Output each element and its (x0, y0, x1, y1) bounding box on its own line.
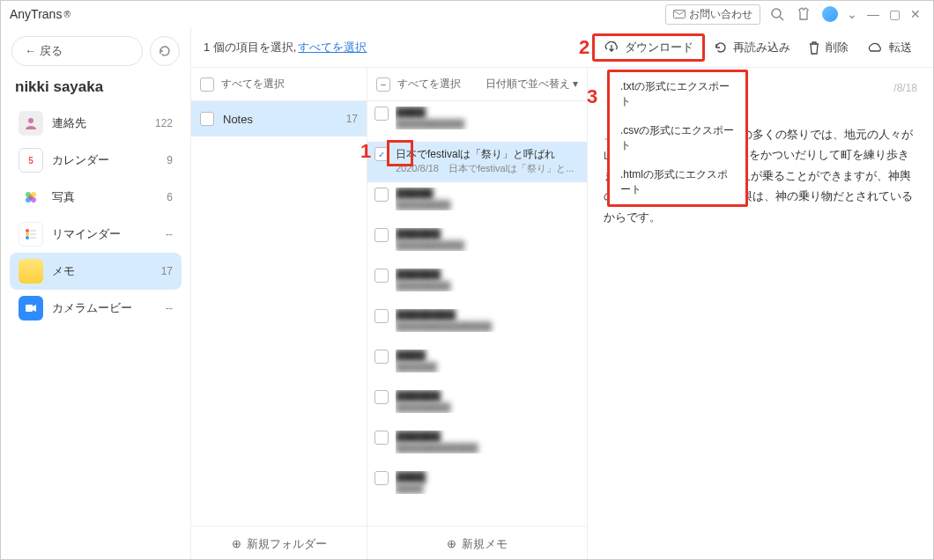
reload-label: 再読み込み (733, 40, 790, 55)
sidebar-item-count: -- (166, 228, 173, 240)
refresh-button[interactable] (150, 36, 180, 66)
sidebar-item-contacts[interactable]: 連絡先 122 (10, 105, 182, 142)
registered-mark: ® (63, 10, 70, 19)
svg-point-9 (26, 229, 29, 232)
content-area: 1 個の項目を選択, すべてを選択 ダウンロード 再読み込み 削除 転送 (190, 27, 933, 560)
download-icon (604, 41, 619, 54)
export-txt[interactable]: .txtの形式にエクスポート (610, 72, 745, 116)
sidebar-item-memo[interactable]: メモ 17 (10, 253, 182, 290)
close-button[interactable]: ✕ (907, 7, 924, 21)
annotation-number-1: 1 (360, 140, 371, 163)
selection-text: 1 個の項目を選択, (204, 40, 296, 55)
cloud-icon (866, 41, 884, 54)
note-row[interactable]: ██████████████ (367, 101, 587, 142)
plus-icon: ⊕ (232, 537, 241, 550)
sidebar-item-count: 9 (167, 154, 173, 166)
folder-checkbox[interactable] (200, 112, 214, 126)
sidebar-item-count: 17 (161, 265, 173, 277)
back-button[interactable]: ← 戻る (11, 36, 143, 66)
app-title: AnyTrans (10, 7, 62, 21)
memo-icon (19, 259, 43, 284)
notes-column: すべてを選択 日付順で並べ替え ▾ ██████████████ 日本でfest… (367, 68, 588, 560)
camera-icon (19, 296, 43, 321)
user-avatar[interactable] (820, 4, 840, 24)
new-folder-button[interactable]: ⊕ 新規フォルダー (191, 526, 367, 560)
transfer-button[interactable]: 転送 (857, 36, 921, 59)
contacts-icon (19, 111, 43, 136)
note-row[interactable]: ████████████████ (367, 223, 587, 263)
select-all-folders-checkbox[interactable] (200, 77, 214, 92)
folder-count: 17 (346, 113, 358, 125)
sidebar-item-label: 写真 (52, 189, 167, 205)
svg-point-11 (26, 236, 29, 239)
sidebar-item-calendar[interactable]: 5 カレンダー 9 (10, 142, 182, 179)
note-checkbox-checked[interactable] (374, 147, 389, 161)
folders-header-label: すべてを選択 (221, 77, 285, 92)
search-icon[interactable] (767, 4, 787, 24)
svg-point-10 (26, 232, 29, 236)
account-name: nikki sayaka (10, 77, 182, 105)
note-row[interactable]: ██████████████████████ (367, 304, 587, 344)
note-checkbox[interactable] (374, 107, 389, 121)
toolbar: 1 個の項目を選択, すべてを選択 ダウンロード 再読み込み 削除 転送 (191, 27, 933, 68)
note-row[interactable]: ████████ (367, 466, 587, 506)
export-csv[interactable]: .csvの形式にエクスポート (610, 116, 745, 160)
svg-line-2 (780, 17, 783, 20)
minimize-button[interactable]: — (864, 7, 882, 21)
folder-name: Notes (223, 113, 253, 126)
note-row-selected[interactable]: 日本でfestivalは「祭り」と呼ばれ 2020/8/18 日本でfestiv… (367, 142, 587, 182)
chevron-down-icon[interactable]: ⌄ (843, 7, 861, 21)
download-button[interactable]: ダウンロード (595, 36, 702, 59)
sort-dropdown[interactable]: 日付順で並べ替え ▾ (486, 77, 578, 92)
note-checkbox[interactable] (374, 431, 389, 445)
delete-button[interactable]: 削除 (799, 36, 857, 59)
select-all-notes-checkbox[interactable] (376, 77, 390, 92)
note-checkbox[interactable] (374, 228, 389, 242)
note-checkbox[interactable] (374, 309, 389, 323)
sidebar-item-label: リマインダー (52, 226, 166, 242)
sidebar-item-label: カメラムービー (52, 300, 166, 316)
folders-header: すべてを選択 (191, 68, 367, 101)
note-row[interactable]: █████████████ (367, 182, 587, 223)
transfer-label: 転送 (889, 40, 912, 55)
note-checkbox[interactable] (374, 471, 389, 485)
sidebar-item-count: 6 (167, 191, 173, 203)
svg-point-1 (772, 9, 781, 18)
trash-icon (808, 41, 820, 55)
reload-button[interactable]: 再読み込み (705, 36, 799, 59)
new-memo-button[interactable]: ⊕ 新規メモ (367, 526, 587, 560)
reload-icon (714, 41, 728, 55)
plus-icon: ⊕ (447, 537, 456, 550)
notes-header-label: すべてを選択 (397, 77, 461, 92)
note-row[interactable]: ██████████████████ (367, 425, 587, 466)
mail-icon (673, 10, 686, 18)
title-bar: AnyTrans ® お問い合わせ ⌄ — ▢ ✕ (1, 1, 933, 27)
annotation-number-2: 2 (579, 36, 589, 59)
reminders-icon (19, 222, 43, 247)
sidebar-item-count: 122 (155, 117, 173, 129)
note-checkbox[interactable] (374, 350, 389, 364)
sidebar-item-label: 連絡先 (52, 115, 155, 131)
note-checkbox[interactable] (374, 188, 389, 202)
note-title: 日本でfestivalは「祭り」と呼ばれ (396, 147, 580, 162)
svg-point-7 (26, 197, 31, 203)
note-checkbox[interactable] (374, 390, 389, 404)
note-row[interactable]: ██████████ (367, 344, 587, 385)
sidebar-item-reminders[interactable]: リマインダー -- (10, 216, 182, 253)
contact-button[interactable]: お問い合わせ (665, 4, 760, 25)
note-checkbox[interactable] (374, 269, 389, 283)
contact-label: お問い合わせ (689, 7, 752, 22)
shirt-icon[interactable] (794, 4, 813, 24)
export-dropdown: .txtの形式にエクスポート .csvの形式にエクスポート .htmlの形式にエ… (607, 70, 748, 207)
sidebar-item-camera-movie[interactable]: カメラムービー -- (10, 290, 182, 327)
export-html[interactable]: .htmlの形式にエクスポート (610, 160, 745, 204)
note-row[interactable]: ██████████████ (367, 385, 587, 425)
folder-row-notes[interactable]: Notes 17 (191, 101, 367, 136)
sidebar-item-photos[interactable]: 写真 6 (10, 179, 182, 216)
photos-icon (19, 185, 43, 210)
notes-header: すべてを選択 日付順で並べ替え ▾ (367, 68, 587, 101)
select-all-link[interactable]: すべてを選択 (298, 40, 367, 55)
svg-point-6 (26, 192, 31, 197)
note-row[interactable]: ██████████████ (367, 263, 587, 304)
maximize-button[interactable]: ▢ (886, 7, 903, 21)
